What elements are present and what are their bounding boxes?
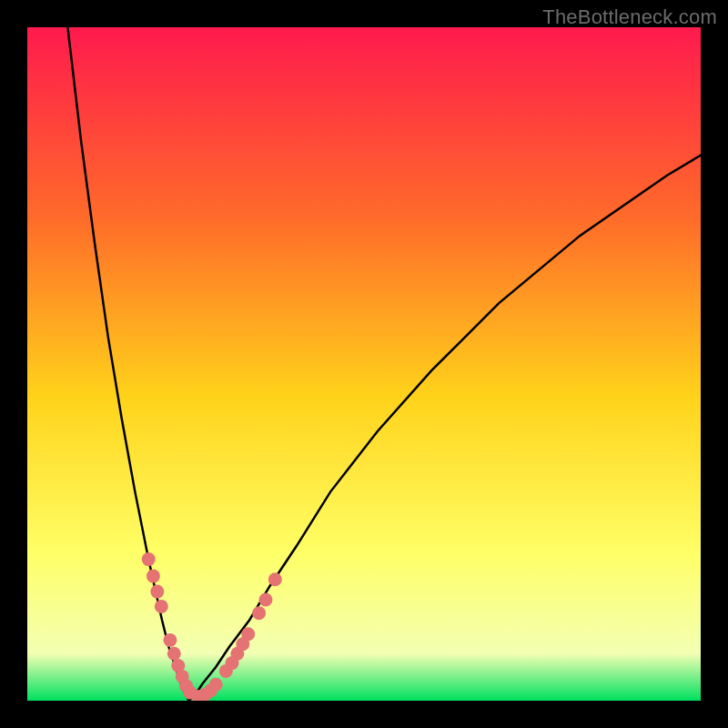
outer-frame: TheBottleneck.com (0, 0, 728, 728)
marker-point (150, 585, 164, 599)
marker-point (268, 572, 282, 586)
marker-point (167, 647, 181, 661)
curve-left-branch (67, 27, 188, 701)
marker-point (241, 627, 255, 641)
marker-point (209, 678, 223, 692)
marker-point (155, 600, 168, 613)
chart-svg (27, 27, 701, 701)
marker-point (142, 552, 156, 566)
marker-point (163, 633, 177, 647)
marker-point (147, 570, 160, 583)
watermark-text: TheBottleneck.com (542, 5, 717, 29)
curve-right-branch (189, 156, 701, 701)
marker-point (252, 606, 266, 620)
series-group (67, 27, 701, 701)
plot-area (27, 27, 701, 701)
marker-point (259, 593, 273, 607)
